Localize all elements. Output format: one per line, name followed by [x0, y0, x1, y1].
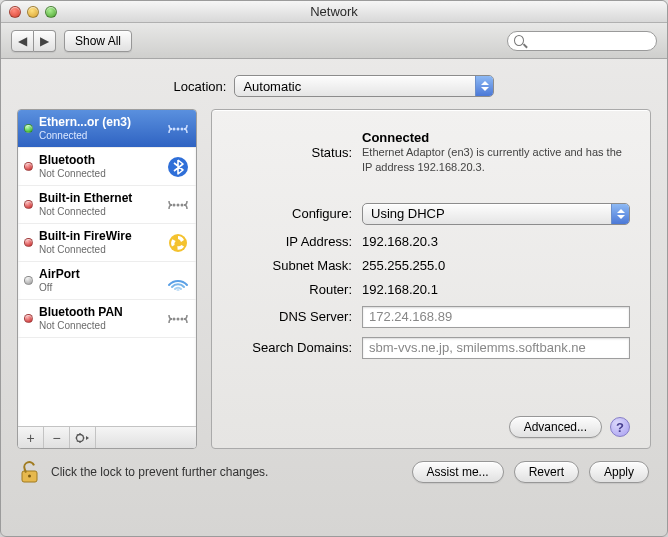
service-list-body[interactable]: Ethern...or (en3)ConnectedBluetoothNot C… [18, 110, 196, 426]
service-row[interactable]: Built-in FireWireNot Connected [18, 224, 196, 262]
status-led-icon [24, 200, 33, 209]
dns-input[interactable] [362, 306, 630, 328]
chevron-left-icon: ◀ [18, 35, 27, 47]
help-button[interactable]: ? [610, 417, 630, 437]
location-select[interactable]: Automatic [234, 75, 494, 97]
assist-button[interactable]: Assist me... [412, 461, 504, 483]
svg-point-8 [177, 288, 180, 291]
status-value: Connected [362, 130, 630, 145]
status-led-icon [24, 276, 33, 285]
service-name: Built-in Ethernet [39, 192, 160, 206]
service-name: Bluetooth [39, 154, 160, 168]
status-description: Ethernet Adaptor (en3) is currently acti… [362, 145, 630, 175]
mask-value: 255.255.255.0 [362, 258, 630, 273]
service-name: Bluetooth PAN [39, 306, 160, 320]
svg-point-0 [177, 127, 180, 130]
location-value: Automatic [243, 79, 301, 94]
revert-button[interactable]: Revert [514, 461, 579, 483]
gear-icon [75, 432, 91, 444]
status-led-icon [24, 238, 33, 247]
chevron-right-icon: ▶ [40, 35, 49, 47]
airport-icon [166, 269, 190, 293]
dropdown-arrows-icon [611, 204, 629, 224]
back-button[interactable]: ◀ [11, 30, 34, 52]
dns-label: DNS Server: [222, 309, 352, 324]
service-name: Built-in FireWire [39, 230, 160, 244]
lock-button[interactable] [19, 459, 41, 485]
search-input[interactable] [528, 33, 650, 49]
search-domains-label: Search Domains: [222, 340, 352, 355]
window-title: Network [1, 4, 667, 19]
service-text: BluetoothNot Connected [39, 154, 160, 179]
remove-service-button[interactable]: − [44, 427, 70, 448]
show-all-button[interactable]: Show All [64, 30, 132, 52]
lock-message: Click the lock to prevent further change… [51, 465, 402, 479]
service-status: Not Connected [39, 168, 160, 180]
service-text: Built-in FireWireNot Connected [39, 230, 160, 255]
zoom-icon[interactable] [45, 6, 57, 18]
ethernet-icon [166, 307, 190, 331]
add-service-button[interactable]: + [18, 427, 44, 448]
svg-point-9 [177, 317, 180, 320]
service-text: Built-in EthernetNot Connected [39, 192, 160, 217]
status-led-icon [24, 162, 33, 171]
service-name: AirPort [39, 268, 160, 282]
dropdown-arrows-icon [475, 76, 493, 96]
svg-point-5 [173, 203, 176, 206]
status-label: Status: [222, 145, 352, 160]
service-status: Connected [39, 130, 160, 142]
status-led-icon [24, 124, 33, 133]
service-list-footer: + − [18, 426, 196, 448]
service-row[interactable]: BluetoothNot Connected [18, 148, 196, 186]
service-row[interactable]: Built-in EthernetNot Connected [18, 186, 196, 224]
status-led-icon [24, 314, 33, 323]
toolbar: ◀ ▶ Show All [1, 23, 667, 59]
svg-point-6 [181, 203, 184, 206]
traffic-lights [1, 6, 57, 18]
apply-button[interactable]: Apply [589, 461, 649, 483]
svg-point-2 [181, 127, 184, 130]
location-label: Location: [174, 79, 227, 94]
svg-point-10 [173, 317, 176, 320]
content-columns: Ethern...or (en3)ConnectedBluetoothNot C… [1, 109, 667, 449]
service-text: Bluetooth PANNot Connected [39, 306, 160, 331]
service-row[interactable]: Ethern...or (en3)Connected [18, 110, 196, 148]
ethernet-icon [166, 117, 190, 141]
configure-value: Using DHCP [371, 206, 445, 221]
configure-label: Configure: [222, 206, 352, 221]
ip-label: IP Address: [222, 234, 352, 249]
close-icon[interactable] [9, 6, 21, 18]
service-text: Ethern...or (en3)Connected [39, 116, 160, 141]
svg-point-4 [177, 203, 180, 206]
configure-select[interactable]: Using DHCP [362, 203, 630, 225]
ethernet-icon [166, 193, 190, 217]
router-label: Router: [222, 282, 352, 297]
titlebar: Network [1, 1, 667, 23]
location-row: Location: Automatic [1, 59, 667, 109]
search-icon [514, 35, 524, 46]
svg-point-1 [173, 127, 176, 130]
service-status: Not Connected [39, 206, 160, 218]
service-status: Not Connected [39, 320, 160, 332]
service-status: Not Connected [39, 244, 160, 256]
service-text: AirPortOff [39, 268, 160, 293]
minimize-icon[interactable] [27, 6, 39, 18]
ip-value: 192.168.20.3 [362, 234, 630, 249]
preferences-window: Network ◀ ▶ Show All Location: Automatic… [0, 0, 668, 537]
footer-buttons: Assist me... Revert Apply [412, 461, 649, 483]
lock-open-icon [19, 459, 41, 485]
router-value: 192.168.20.1 [362, 282, 630, 297]
search-field[interactable] [507, 31, 657, 51]
nav-segmented: ◀ ▶ [11, 30, 56, 52]
service-list: Ethern...or (en3)ConnectedBluetoothNot C… [17, 109, 197, 449]
forward-button[interactable]: ▶ [34, 30, 56, 52]
window-footer: Click the lock to prevent further change… [1, 449, 667, 485]
action-menu-button[interactable] [70, 427, 96, 448]
svg-point-11 [181, 317, 184, 320]
search-domains-input[interactable] [362, 337, 630, 359]
details-panel: Status: Connected Ethernet Adaptor (en3)… [211, 109, 651, 449]
service-row[interactable]: Bluetooth PANNot Connected [18, 300, 196, 338]
svg-point-14 [28, 475, 31, 478]
service-row[interactable]: AirPortOff [18, 262, 196, 300]
advanced-button[interactable]: Advanced... [509, 416, 602, 438]
